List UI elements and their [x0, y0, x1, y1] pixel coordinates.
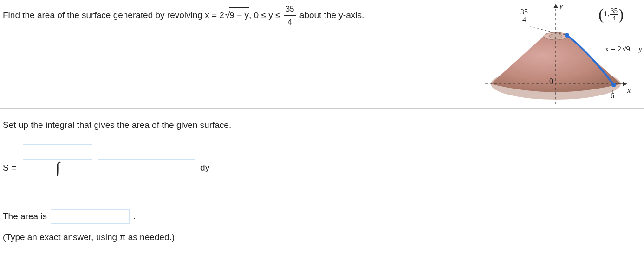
answer-hint: (Type an exact answer, using π as needed…	[3, 232, 644, 242]
svg-point-9	[565, 33, 569, 38]
range-fraction: 354	[284, 3, 296, 28]
svg-marker-4	[553, 4, 558, 8]
integrand-input[interactable]	[98, 159, 195, 176]
area-answer-input[interactable]	[51, 209, 130, 224]
dy-label: dy	[200, 163, 209, 173]
sqrt-expression: 9 − y	[225, 7, 249, 22]
y-axis-label: y	[559, 2, 563, 10]
y-top-value: 354	[520, 8, 529, 24]
upper-limit-input[interactable]	[23, 144, 92, 160]
x-tick-6: 6	[611, 92, 614, 100]
lower-limit-input[interactable]	[23, 176, 92, 191]
area-label: The area is	[3, 211, 47, 222]
period: .	[133, 211, 136, 222]
problem-prefix: Find the area of the surface generated b…	[3, 10, 224, 20]
integral-expression: S = ∫ dy	[3, 144, 644, 191]
problem-suffix: about the y-axis.	[297, 10, 364, 20]
revolution-figure: y x 0 6 354 (1,354) x = 29 − y	[477, 3, 644, 105]
range-prefix: , 0 ≤ y ≤	[249, 10, 283, 20]
svg-point-10	[611, 83, 616, 87]
x-axis-label: x	[627, 86, 631, 95]
svg-marker-7	[623, 82, 627, 86]
setup-instruction: Set up the integral that gives the area …	[3, 120, 644, 130]
problem-statement: Find the area of the surface generated b…	[3, 3, 477, 107]
curve-equation: x = 29 − y	[605, 44, 643, 54]
integral-symbol: ∫	[55, 160, 59, 176]
point-label: (1,354)	[598, 6, 624, 23]
S-equals: S =	[3, 163, 16, 173]
origin-label: 0	[549, 77, 553, 85]
